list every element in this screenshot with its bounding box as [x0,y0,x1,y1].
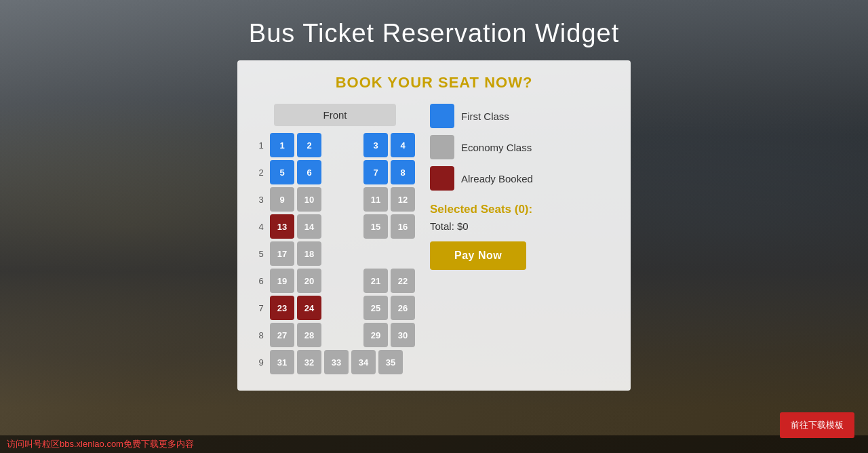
widget-body: Front 1123425678391011124131415165171861… [254,104,614,374]
watermark-bar: 访问叫号粒区bbs.xlenlao.com免费下载更多内容 [0,435,868,453]
seat-13: 13 [270,214,294,239]
seat-12[interactable]: 12 [391,187,415,212]
seat-row: 827282930 [254,323,416,347]
empty-seat-slot [335,323,362,347]
reservation-widget: BOOK YOUR SEAT NOW? Front 11234256783910… [237,60,631,391]
seat-32[interactable]: 32 [297,350,321,374]
row-number: 1 [254,140,269,151]
seat-28[interactable]: 28 [297,323,321,347]
seat-3[interactable]: 3 [363,133,388,157]
seat-5[interactable]: 5 [270,160,294,184]
seat-row: 51718 [254,241,416,266]
seat-16[interactable]: 16 [391,214,415,239]
empty-seat-slot [335,296,362,320]
empty-seat-slot [389,241,416,266]
pay-now-button[interactable]: Pay Now [430,241,526,270]
seat-11[interactable]: 11 [363,187,388,212]
empty-seat-slot [335,269,362,293]
empty-seat-slot [335,133,362,157]
legend-label-economy-class: Economy Class [461,142,532,153]
row-number: 9 [254,357,269,368]
total-text: Total: $0 [430,220,614,232]
legend-box-first-class [430,104,454,128]
seat-26[interactable]: 26 [391,296,415,320]
seat-4[interactable]: 4 [391,133,415,157]
seat-row: 413141516 [254,214,416,239]
seat-row: 25678 [254,160,416,184]
seat-18[interactable]: 18 [297,241,321,266]
seat-1[interactable]: 1 [270,133,294,157]
seat-14[interactable]: 14 [297,214,321,239]
row-number: 5 [254,249,269,259]
seat-27[interactable]: 27 [270,323,294,347]
seat-29[interactable]: 29 [363,323,388,347]
seat-23: 23 [270,296,294,320]
selected-seats-title: Selected Seats (0): [430,203,614,216]
seat-24: 24 [297,296,321,320]
row-number: 4 [254,222,269,232]
seat-31[interactable]: 31 [270,350,294,374]
empty-seat-slot [335,214,362,239]
seat-9[interactable]: 9 [270,187,294,212]
seat-21[interactable]: 21 [363,269,388,293]
seat-10[interactable]: 10 [297,187,321,212]
seat-rows: 1123425678391011124131415165171861920212… [254,133,416,374]
page-title: Bus Ticket Reservation Widget [0,0,868,60]
legend-label-first-class: First Class [461,111,509,122]
seat-33[interactable]: 33 [324,350,349,374]
legend-item-first-class: First Class [430,104,614,128]
seat-19[interactable]: 19 [270,269,294,293]
download-button[interactable]: 前往下载模板 [780,412,854,438]
seat-row: 619202122 [254,269,416,293]
legend: First ClassEconomy ClassAlready Booked [430,104,614,191]
row-number: 6 [254,276,269,286]
row-number: 8 [254,330,269,340]
front-label: Front [274,104,396,126]
empty-seat-slot [335,160,362,184]
seat-25[interactable]: 25 [363,296,388,320]
empty-seat-slot [335,187,362,212]
legend-box-booked [430,166,454,191]
booking-section: First ClassEconomy ClassAlready Booked S… [430,104,614,374]
seat-22[interactable]: 22 [391,269,415,293]
row-number: 2 [254,168,269,178]
legend-label-booked: Already Booked [461,173,533,184]
row-number: 7 [254,303,269,313]
row-number: 3 [254,195,269,205]
seat-7[interactable]: 7 [363,160,388,184]
seat-row: 723242526 [254,296,416,320]
empty-seat-slot [335,241,362,266]
seat-35[interactable]: 35 [378,350,403,374]
seat-row: 39101112 [254,187,416,212]
seat-row: 11234 [254,133,416,157]
widget-heading: BOOK YOUR SEAT NOW? [254,74,614,92]
legend-item-booked: Already Booked [430,166,614,191]
seat-30[interactable]: 30 [391,323,415,347]
seat-2[interactable]: 2 [297,133,321,157]
seat-34[interactable]: 34 [351,350,376,374]
legend-box-economy-class [430,135,454,159]
seat-20[interactable]: 20 [297,269,321,293]
seat-6[interactable]: 6 [297,160,321,184]
legend-item-economy-class: Economy Class [430,135,614,159]
empty-seat-slot [362,241,389,266]
seat-row: 93132333435 [254,350,416,374]
seat-map-section: Front 1123425678391011124131415165171861… [254,104,416,374]
seat-8[interactable]: 8 [391,160,415,184]
seat-17[interactable]: 17 [270,241,294,266]
seat-15[interactable]: 15 [363,214,388,239]
